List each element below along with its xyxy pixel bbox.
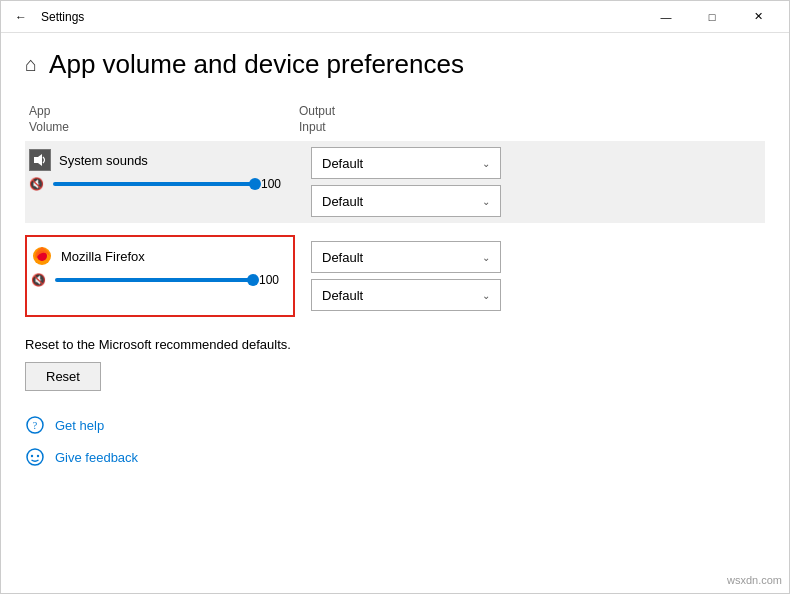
system-sounds-input-label: Default bbox=[322, 194, 363, 209]
title-bar-title: Settings bbox=[41, 10, 84, 24]
col-app-volume-header: AppVolume bbox=[29, 104, 299, 135]
svg-rect-0 bbox=[34, 157, 38, 163]
system-sounds-output-label: Default bbox=[322, 156, 363, 171]
title-bar-left: ← Settings bbox=[9, 8, 643, 26]
get-help-label: Get help bbox=[55, 418, 104, 433]
title-bar: ← Settings — □ ✕ bbox=[1, 1, 789, 33]
mozilla-firefox-slider-thumb[interactable] bbox=[247, 274, 259, 286]
mozilla-firefox-input-arrow: ⌄ bbox=[482, 290, 490, 301]
mozilla-firefox-icon bbox=[31, 245, 53, 267]
mozilla-firefox-input-dropdown[interactable]: Default ⌄ bbox=[311, 279, 501, 311]
mozilla-firefox-mute-icon[interactable]: 🔇 bbox=[31, 273, 49, 287]
reset-section: Reset to the Microsoft recommended defau… bbox=[25, 337, 765, 391]
minimize-button[interactable]: — bbox=[643, 1, 689, 33]
svg-point-6 bbox=[27, 449, 43, 465]
mozilla-firefox-input-label: Default bbox=[322, 288, 363, 303]
system-sounds-volume-row: 🔇 100 bbox=[29, 177, 287, 191]
mozilla-firefox-name: Mozilla Firefox bbox=[61, 249, 145, 264]
system-sounds-mute-icon[interactable]: 🔇 bbox=[29, 177, 47, 191]
mozilla-firefox-row: Mozilla Firefox 🔇 100 Default ⌄ Default … bbox=[25, 235, 765, 317]
mozilla-firefox-info: Mozilla Firefox 🔇 100 bbox=[25, 235, 295, 317]
home-icon[interactable]: ⌂ bbox=[25, 53, 37, 76]
give-feedback-label: Give feedback bbox=[55, 450, 138, 465]
svg-marker-1 bbox=[38, 154, 42, 166]
give-feedback-icon bbox=[25, 447, 45, 467]
svg-text:?: ? bbox=[33, 420, 38, 431]
title-bar-controls: — □ ✕ bbox=[643, 1, 781, 33]
system-sounds-row: System sounds 🔇 100 Default ⌄ Default ⌄ bbox=[25, 141, 765, 223]
get-help-link[interactable]: ? Get help bbox=[25, 415, 765, 435]
mozilla-firefox-name-row: Mozilla Firefox bbox=[31, 245, 285, 267]
give-feedback-link[interactable]: Give feedback bbox=[25, 447, 765, 467]
mozilla-firefox-output-dropdown[interactable]: Default ⌄ bbox=[311, 241, 501, 273]
system-sounds-slider-thumb[interactable] bbox=[249, 178, 261, 190]
system-sounds-output-dropdown[interactable]: Default ⌄ bbox=[311, 147, 501, 179]
mozilla-firefox-volume-row: 🔇 100 bbox=[31, 273, 285, 287]
reset-text: Reset to the Microsoft recommended defau… bbox=[25, 337, 765, 352]
bottom-links: ? Get help Give feedback bbox=[25, 415, 765, 467]
back-button[interactable]: ← bbox=[9, 8, 33, 26]
mozilla-firefox-output-arrow: ⌄ bbox=[482, 252, 490, 263]
svg-point-7 bbox=[31, 455, 33, 457]
system-sounds-slider[interactable] bbox=[53, 182, 255, 186]
col-output-input-header: OutputInput bbox=[299, 104, 761, 135]
page-title: App volume and device preferences bbox=[49, 49, 464, 80]
page-header: ⌂ App volume and device preferences bbox=[25, 49, 765, 80]
mozilla-firefox-slider[interactable] bbox=[55, 278, 253, 282]
content-area: ⌂ App volume and device preferences AppV… bbox=[1, 33, 789, 594]
mozilla-firefox-dropdowns: Default ⌄ Default ⌄ bbox=[295, 235, 765, 317]
system-sounds-volume-value: 100 bbox=[261, 177, 287, 191]
reset-button[interactable]: Reset bbox=[25, 362, 101, 391]
get-help-icon: ? bbox=[25, 415, 45, 435]
system-sounds-dropdowns: Default ⌄ Default ⌄ bbox=[295, 141, 765, 223]
svg-point-8 bbox=[37, 455, 39, 457]
mozilla-firefox-volume-value: 100 bbox=[259, 273, 285, 287]
watermark: wsxdn.com bbox=[727, 574, 782, 586]
system-sounds-info: System sounds 🔇 100 bbox=[25, 141, 295, 223]
system-sounds-name: System sounds bbox=[59, 153, 148, 168]
system-sounds-name-row: System sounds bbox=[29, 149, 287, 171]
close-button[interactable]: ✕ bbox=[735, 1, 781, 33]
system-sounds-icon bbox=[29, 149, 51, 171]
system-sounds-input-dropdown[interactable]: Default ⌄ bbox=[311, 185, 501, 217]
column-headers: AppVolume OutputInput bbox=[25, 104, 765, 135]
system-sounds-input-arrow: ⌄ bbox=[482, 196, 490, 207]
system-sounds-output-arrow: ⌄ bbox=[482, 158, 490, 169]
maximize-button[interactable]: □ bbox=[689, 1, 735, 33]
mozilla-firefox-output-label: Default bbox=[322, 250, 363, 265]
